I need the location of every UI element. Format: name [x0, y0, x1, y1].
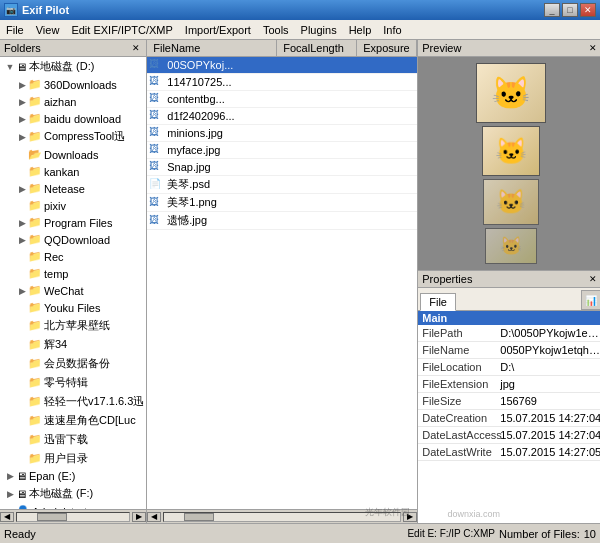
- title-bar: 📷 Exif Pilot _ □ ✕: [0, 0, 600, 20]
- file-row-1[interactable]: 🖼 114710725...: [147, 74, 417, 91]
- file-row-9[interactable]: 🖼 遗憾.jpg: [147, 212, 417, 230]
- file-row-5[interactable]: 🖼 myface.jpg: [147, 142, 417, 159]
- expand-icon: ▶: [4, 471, 16, 481]
- col-exposure-header[interactable]: Exposure: [357, 40, 417, 56]
- menu-tools[interactable]: Tools: [257, 20, 295, 39]
- tree-label: 轻轻一代v17.1.6.3迅: [44, 394, 144, 409]
- sidebar-scrollbar[interactable]: ◀ ▶: [0, 509, 146, 523]
- file-icon: 🖼: [149, 75, 165, 89]
- prop-val-filelocation: D:\: [498, 360, 600, 374]
- app-icon: 📷: [4, 3, 18, 17]
- menu-import-export[interactable]: Import/Export: [179, 20, 257, 39]
- file-row-6[interactable]: 🖼 Snap.jpg: [147, 159, 417, 176]
- tab-file[interactable]: File: [420, 293, 456, 311]
- menu-info[interactable]: Info: [377, 20, 407, 39]
- window: 📷 Exif Pilot _ □ ✕ File View Edit EXIF/I…: [0, 0, 600, 543]
- prop-val-lastwrite: 15.07.2015 14:27:05: [498, 445, 600, 459]
- tree-item-downloads[interactable]: 📂 Downloads: [0, 146, 146, 163]
- tree-item-aizhan[interactable]: ▶ 📁 aizhan: [0, 93, 146, 110]
- menu-edit-exif[interactable]: Edit EXIF/IPTC/XMP: [65, 20, 178, 39]
- file-row-3[interactable]: 🖼 d1f2402096...: [147, 108, 417, 125]
- tree-item-pixiv[interactable]: 📁 pixiv: [0, 197, 146, 214]
- file-row-8[interactable]: 🖼 美琴1.png: [147, 194, 417, 212]
- tree-item-qinglite[interactable]: 📁 轻轻一代v17.1.6.3迅: [0, 392, 146, 411]
- prop-key-fileext: FileExtension: [418, 377, 498, 391]
- menu-help[interactable]: Help: [343, 20, 378, 39]
- tree-item-hui34[interactable]: 📁 辉34: [0, 335, 146, 354]
- tree-item-local-f[interactable]: ▶ 🖥 本地磁盘 (F:): [0, 484, 146, 503]
- tree-item-netease[interactable]: ▶ 📁 Netease: [0, 180, 146, 197]
- folder-icon: 📁: [28, 199, 42, 212]
- tree-label: Youku Files: [44, 302, 100, 314]
- tree-item-local-e[interactable]: ▶ 🖥 Epan (E:): [0, 468, 146, 484]
- tree-item-360[interactable]: ▶ 📁 360Downloads: [0, 76, 146, 93]
- properties-close-icon[interactable]: ✕: [587, 274, 599, 284]
- tree-item-lingzhang[interactable]: 📁 零号特辑: [0, 373, 146, 392]
- file-icon: 🖼: [149, 109, 165, 123]
- tree-item-compress[interactable]: ▶ 📁 CompressTool迅: [0, 127, 146, 146]
- tree-label: WeChat: [44, 285, 84, 297]
- folder-icon: 📁: [28, 250, 42, 263]
- tree-item-rec[interactable]: 📁 Rec: [0, 248, 146, 265]
- tree-item-local-d[interactable]: ▼ 🖥 本地磁盘 (D:): [0, 57, 146, 76]
- prop-row-lastaccess: DateLastAccess 15.07.2015 14:27:04: [418, 427, 600, 444]
- expand-icon: ▶: [16, 80, 28, 90]
- file-icon: 🖼: [149, 58, 165, 72]
- tree-item-yonghu[interactable]: 📁 用户目录: [0, 449, 146, 468]
- scroll-left[interactable]: ◀: [0, 512, 14, 522]
- prop-key-lastaccess: DateLastAccess: [418, 428, 498, 442]
- tree-label: temp: [44, 268, 68, 280]
- folder-icon: 📁: [28, 165, 42, 178]
- file-row-4[interactable]: 🖼 minions.jpg: [147, 125, 417, 142]
- file-row-2[interactable]: 🖼 contentbg...: [147, 91, 417, 108]
- menu-file[interactable]: File: [0, 20, 30, 39]
- preview-panel: Preview ✕ 🐱 🐱 🐱 🐱: [418, 40, 600, 271]
- folders-label: Folders: [4, 42, 41, 54]
- tree-label: Rec: [44, 251, 64, 263]
- menu-view[interactable]: View: [30, 20, 66, 39]
- folder-icon: 📁: [28, 319, 42, 332]
- preview-thumb-2[interactable]: 🐱: [483, 179, 539, 225]
- tree-item-qqdownload[interactable]: ▶ 📁 QQDownload: [0, 231, 146, 248]
- preview-close-icon[interactable]: ✕: [587, 43, 599, 53]
- menu-plugins[interactable]: Plugins: [295, 20, 343, 39]
- maximize-button[interactable]: □: [562, 3, 578, 17]
- tree-item-program-files[interactable]: ▶ 📁 Program Files: [0, 214, 146, 231]
- tree-item-beifang[interactable]: 📁 北方苹果壁纸: [0, 316, 146, 335]
- tree-item-youku[interactable]: 📁 Youku Files: [0, 299, 146, 316]
- preview-thumb-3[interactable]: 🐱: [485, 228, 537, 264]
- folder-icon: 📁: [28, 78, 42, 91]
- tree-label: 360Downloads: [44, 79, 117, 91]
- scroll-left-files[interactable]: ◀: [147, 512, 161, 522]
- scroll-right[interactable]: ▶: [132, 512, 146, 522]
- close-button[interactable]: ✕: [580, 3, 596, 17]
- tree-item-wechat[interactable]: ▶ 📁 WeChat: [0, 282, 146, 299]
- tree-item-kankan[interactable]: 📁 kankan: [0, 163, 146, 180]
- preview-thumb-1[interactable]: 🐱: [482, 126, 540, 176]
- minimize-button[interactable]: _: [544, 3, 560, 17]
- tree-item-leiyun[interactable]: 📁 迅雷下载: [0, 430, 146, 449]
- file-row-0[interactable]: 🖼 00SOPYkoj...: [147, 57, 417, 74]
- col-focal-header[interactable]: FocalLength: [277, 40, 357, 56]
- preview-thumb-0[interactable]: 🐱: [476, 63, 546, 123]
- prop-section-main: Main: [418, 311, 600, 325]
- tree-item-sudeng[interactable]: 📁 速速星角色CD[Luc: [0, 411, 146, 430]
- folder-icon: 📁: [28, 301, 42, 314]
- file-list[interactable]: 🖼 00SOPYkoj... 🖼 114710725... 🖼 contentb…: [147, 57, 417, 509]
- col-filename-header[interactable]: FileName: [147, 40, 277, 56]
- sidebar-close-icon[interactable]: ✕: [130, 43, 142, 53]
- file-row-7[interactable]: 📄 美琴.psd: [147, 176, 417, 194]
- tree-item-temp[interactable]: 📁 temp: [0, 265, 146, 282]
- expand-icon: ▶: [16, 218, 28, 228]
- prop-icon-btn[interactable]: 📊: [581, 290, 600, 310]
- folder-icon: 📁: [28, 182, 42, 195]
- sidebar-content[interactable]: ▼ 🖥 本地磁盘 (D:) ▶ 📁 360Downloads ▶ �: [0, 57, 146, 509]
- tree-item-huiyuan[interactable]: 📁 会员数据备份: [0, 354, 146, 373]
- tree-label: baidu download: [44, 113, 121, 125]
- tree-item-baidu[interactable]: ▶ 📁 baidu download: [0, 110, 146, 127]
- sidebar: Folders ✕ ▼ 🖥 本地磁盘 (D:) ▶ 📁 360Dow: [0, 40, 147, 523]
- file-name: Snap.jpg: [167, 161, 279, 173]
- tree-label: CompressTool迅: [44, 129, 125, 144]
- tree-label: Netease: [44, 183, 85, 195]
- properties-tabs: File 📊: [418, 288, 600, 311]
